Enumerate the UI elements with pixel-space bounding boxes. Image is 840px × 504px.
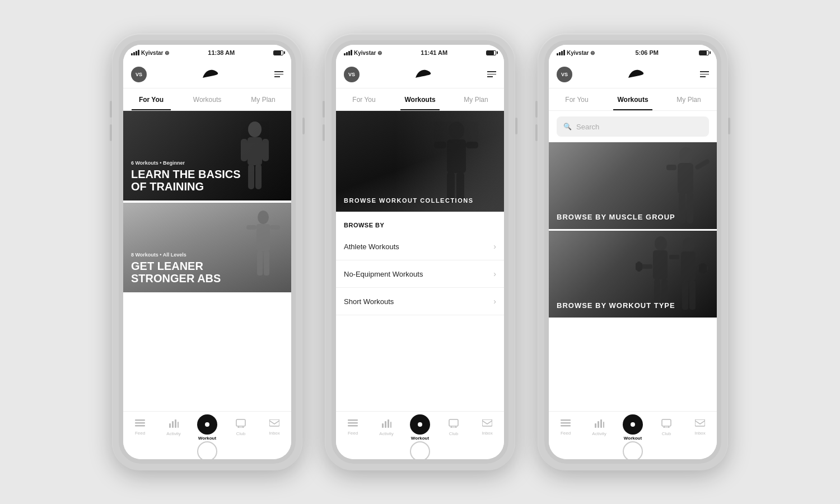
time-display-2: 11:41 AM xyxy=(421,49,447,56)
workout-card-2[interactable]: 8 Workouts • All Levels GET LEANERSTRONG… xyxy=(123,203,291,292)
svg-rect-27 xyxy=(466,142,478,148)
club-icon-3 xyxy=(661,419,671,430)
signal-bar-1 xyxy=(131,53,133,55)
home-indicator-3 xyxy=(549,444,717,459)
tab-my-plan-3[interactable]: My Plan xyxy=(661,88,717,110)
workout-type-card[interactable]: BROWSE BY WORKOUT TYPE xyxy=(549,231,717,318)
svg-rect-31 xyxy=(348,422,358,424)
nav-workout[interactable]: Workout xyxy=(190,414,224,441)
top-tab-bar-2: For You Workouts My Plan xyxy=(336,88,504,111)
card-text-2: 8 Workouts • All Levels GET LEANERSTRONG… xyxy=(131,252,221,284)
browse-athlete-workouts[interactable]: Athlete Workouts › xyxy=(336,233,504,260)
tab-workouts-label-3: Workouts xyxy=(617,96,648,104)
workout-btn-dot xyxy=(205,422,209,427)
nav-activity-label-2: Activity xyxy=(379,431,393,436)
svg-rect-5 xyxy=(255,164,262,189)
search-bar[interactable]: 🔍 Search xyxy=(557,116,709,137)
bottom-nav-2: Feed Activity Workout xyxy=(336,411,504,444)
home-button-3[interactable] xyxy=(623,441,643,459)
svg-rect-34 xyxy=(385,421,386,428)
signal-icon-2 xyxy=(344,50,352,55)
nav-workout-2[interactable]: Workout xyxy=(403,414,437,441)
wifi-icon-3: ⊜ xyxy=(590,50,595,56)
workout-nav-btn-3[interactable] xyxy=(623,414,643,435)
card-title-2: GET LEANERSTRONGER ABS xyxy=(131,260,221,284)
nav-feed-2[interactable]: Feed xyxy=(336,419,370,436)
workout-nav-btn[interactable] xyxy=(197,414,217,435)
browse-no-equipment[interactable]: No-Equipment Workouts › xyxy=(336,260,504,288)
tab-workouts-2[interactable]: Workouts xyxy=(392,88,448,110)
workout-card-1[interactable]: 6 Workouts • Beginner LEARN THE BASICSOF… xyxy=(123,111,291,200)
menu-button-2[interactable] xyxy=(487,71,496,77)
nav-activity-2[interactable]: Activity xyxy=(370,419,403,436)
nav-inbox[interactable]: Inbox xyxy=(258,419,291,436)
tab-my-plan-2[interactable]: My Plan xyxy=(448,88,504,110)
avatar-2[interactable]: VS xyxy=(344,67,360,82)
signal-bar-3-1 xyxy=(557,53,558,55)
svg-rect-57 xyxy=(681,251,696,281)
carrier-name: Kyivstar xyxy=(141,50,163,56)
menu-button[interactable] xyxy=(274,71,283,77)
power-button xyxy=(302,118,305,134)
svg-rect-37 xyxy=(449,419,458,426)
nav-activity[interactable]: Activity xyxy=(157,419,190,436)
svg-rect-70 xyxy=(662,419,671,426)
tab-for-you-3[interactable]: For You xyxy=(549,88,605,110)
activity-icon xyxy=(169,419,179,430)
muscle-group-card[interactable]: BROWSE BY MUSCLE GROUP xyxy=(549,142,717,229)
feed-icon xyxy=(135,419,145,430)
menu-button-3[interactable] xyxy=(700,71,709,77)
browse-hero[interactable]: BROWSE WORKOUT COLLECTIONS xyxy=(336,111,504,212)
tab-workouts-label-2: Workouts xyxy=(404,96,435,104)
side-button-right-2 xyxy=(515,118,517,134)
tab-workouts[interactable]: Workouts xyxy=(179,88,235,110)
avatar[interactable]: VS xyxy=(131,67,147,82)
nav-feed[interactable]: Feed xyxy=(123,419,157,436)
svg-rect-25 xyxy=(447,139,466,173)
avatar-3[interactable]: VS xyxy=(557,67,572,82)
bottom-nav-1: Feed Activity Workout xyxy=(123,411,291,444)
short-workouts-label: Short Workouts xyxy=(344,297,394,306)
tab-my-plan-label-3: My Plan xyxy=(676,96,701,104)
tab-for-you[interactable]: For You xyxy=(123,88,179,110)
status-left-2: Kyivstar ⊜ xyxy=(344,50,382,56)
person-figure-1 xyxy=(230,119,274,194)
no-equipment-label: No-Equipment Workouts xyxy=(344,270,423,278)
nav-workout-3[interactable]: Workout xyxy=(616,414,650,441)
nav-inbox-label-3: Inbox xyxy=(694,431,706,436)
search-icon: 🔍 xyxy=(563,123,572,130)
tab-for-you-2[interactable]: For You xyxy=(336,88,392,110)
chevron-1: › xyxy=(493,242,496,251)
nav-club-2[interactable]: Club xyxy=(437,419,470,436)
inbox-icon-2 xyxy=(482,419,492,430)
nav-inbox-3[interactable]: Inbox xyxy=(683,419,717,436)
nav-activity-label-3: Activity xyxy=(592,431,606,436)
phone-screen-2: Kyivstar ⊜ 11:41 AM VS xyxy=(336,45,504,459)
nike-logo xyxy=(202,69,220,80)
tab-my-plan[interactable]: My Plan xyxy=(235,88,291,110)
signal-bar-2-3 xyxy=(348,51,350,55)
nav-feed-3[interactable]: Feed xyxy=(549,419,582,436)
power-button-2 xyxy=(515,118,517,134)
nav-inbox-2[interactable]: Inbox xyxy=(470,419,504,436)
status-right-3 xyxy=(699,50,709,55)
nav-club-3[interactable]: Club xyxy=(650,419,683,436)
power-button-3 xyxy=(728,118,730,134)
svg-rect-65 xyxy=(561,425,571,427)
nav-club[interactable]: Club xyxy=(224,419,258,436)
phone-screen-1: Kyivstar ⊜ 11:38 AM VS xyxy=(123,45,291,459)
svg-rect-15 xyxy=(169,423,171,428)
browse-short-workouts[interactable]: Short Workouts › xyxy=(336,288,504,315)
nav-activity-3[interactable]: Activity xyxy=(582,419,616,436)
browse-by-label: BROWSE BY xyxy=(344,222,384,228)
svg-point-6 xyxy=(258,211,269,224)
home-button-2[interactable] xyxy=(410,441,430,459)
nav-club-label: Club xyxy=(236,431,245,436)
home-button[interactable] xyxy=(197,441,217,459)
volume-up-button-2 xyxy=(323,101,325,118)
tab-workouts-3[interactable]: Workouts xyxy=(605,88,661,110)
status-bar-2: Kyivstar ⊜ 11:41 AM xyxy=(336,45,504,60)
workout-nav-btn-2[interactable] xyxy=(410,414,430,435)
nav-inbox-label: Inbox xyxy=(269,431,280,436)
status-right-1 xyxy=(273,50,283,55)
